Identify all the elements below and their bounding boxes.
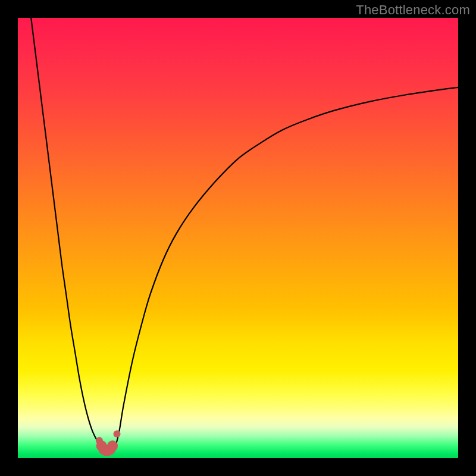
watermark-text: TheBottleneck.com [356, 2, 470, 18]
valley-marker-dot [107, 440, 118, 451]
valley-marker-dot [114, 430, 121, 437]
curve-layer [18, 18, 458, 458]
left-branch-curve [31, 18, 106, 449]
right-branch-curve [115, 87, 458, 449]
valley-marker-group [96, 430, 121, 456]
chart-frame: TheBottleneck.com [0, 0, 476, 476]
plot-area [18, 18, 458, 458]
